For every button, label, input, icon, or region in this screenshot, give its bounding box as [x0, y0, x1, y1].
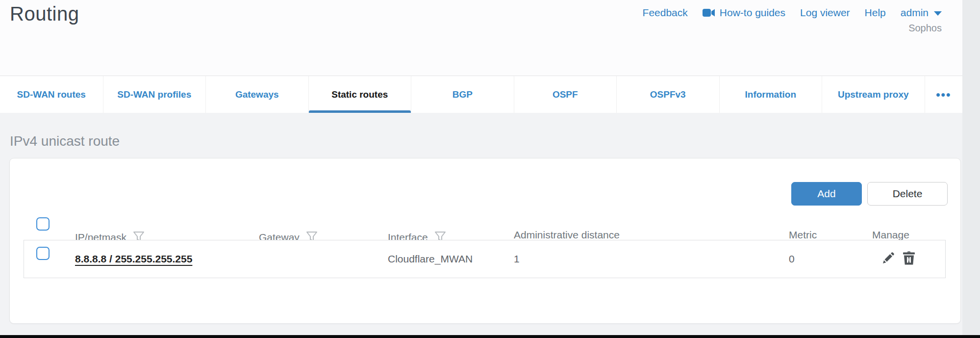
edit-icon[interactable] [881, 252, 895, 265]
nav-feedback-link[interactable]: Feedback [643, 7, 688, 19]
row-ip-netmask-cell: 8.8.8.8 / 255.255.255.255 [75, 253, 192, 265]
manage-header-label: Manage [872, 229, 909, 241]
column-header-metric: Metric [789, 229, 817, 241]
tab-sd-wan-routes[interactable]: SD-WAN routes [0, 76, 103, 113]
window-bottom-edge [0, 335, 980, 338]
admin-distance-header-label: Administrative distance [514, 229, 620, 241]
row-metric-cell: 0 [789, 253, 795, 265]
account-name: Sophos [908, 23, 942, 34]
nav-log-viewer-label: Log viewer [800, 7, 850, 19]
row-interface-cell: Cloudflare_MWAN [388, 253, 473, 265]
tab-static-routes[interactable]: Static routes [308, 76, 411, 113]
tab-upstream-proxy[interactable]: Upstream proxy [822, 76, 925, 113]
tab-information[interactable]: Information [719, 76, 822, 113]
nav-howto-guides-link[interactable]: How-to guides [703, 7, 785, 19]
admin-menu[interactable]: admin [901, 7, 942, 19]
top-nav: Feedback How-to guides Log viewer Help a… [643, 7, 942, 19]
tab-gateways[interactable]: Gateways [205, 76, 308, 113]
row-checkbox[interactable] [36, 247, 50, 260]
nav-feedback-label: Feedback [643, 7, 688, 19]
page-title: Routing [10, 3, 79, 25]
caret-down-icon [934, 11, 942, 16]
video-camera-icon [703, 8, 715, 18]
row-manage-cell [881, 251, 915, 265]
routing-tabbar: SD-WAN routes SD-WAN profiles Gateways S… [0, 76, 962, 113]
ip-netmask-link[interactable]: 8.8.8.8 / 255.255.255.255 [75, 253, 192, 264]
scroll-gutter[interactable] [962, 0, 980, 335]
tab-bgp[interactable]: BGP [411, 76, 514, 113]
admin-menu-label: admin [901, 7, 929, 19]
column-header-admin-distance: Administrative distance [514, 229, 620, 241]
column-header-manage: Manage [872, 229, 909, 241]
more-tabs-icon[interactable]: ••• [925, 76, 963, 113]
trash-icon[interactable] [903, 251, 915, 265]
metric-header-label: Metric [789, 229, 817, 241]
tab-ospf[interactable]: OSPF [514, 76, 617, 113]
tab-ospfv3[interactable]: OSPFv3 [616, 76, 719, 113]
nav-help-label: Help [865, 7, 886, 19]
static-routes-card: Add Delete IP/netmask Gateway Interface … [9, 158, 961, 324]
nav-help-link[interactable]: Help [865, 7, 886, 19]
nav-log-viewer-link[interactable]: Log viewer [800, 7, 850, 19]
row-admin-distance-cell: 1 [514, 253, 520, 265]
section-title: IPv4 unicast route [10, 133, 120, 149]
delete-button[interactable]: Delete [867, 182, 948, 206]
page-header: Routing Feedback How-to guides Log viewe… [0, 0, 962, 76]
nav-howto-guides-label: How-to guides [720, 7, 785, 19]
add-button[interactable]: Add [791, 182, 862, 206]
select-all-checkbox[interactable] [36, 217, 50, 231]
tab-sd-wan-profiles[interactable]: SD-WAN profiles [103, 76, 206, 113]
